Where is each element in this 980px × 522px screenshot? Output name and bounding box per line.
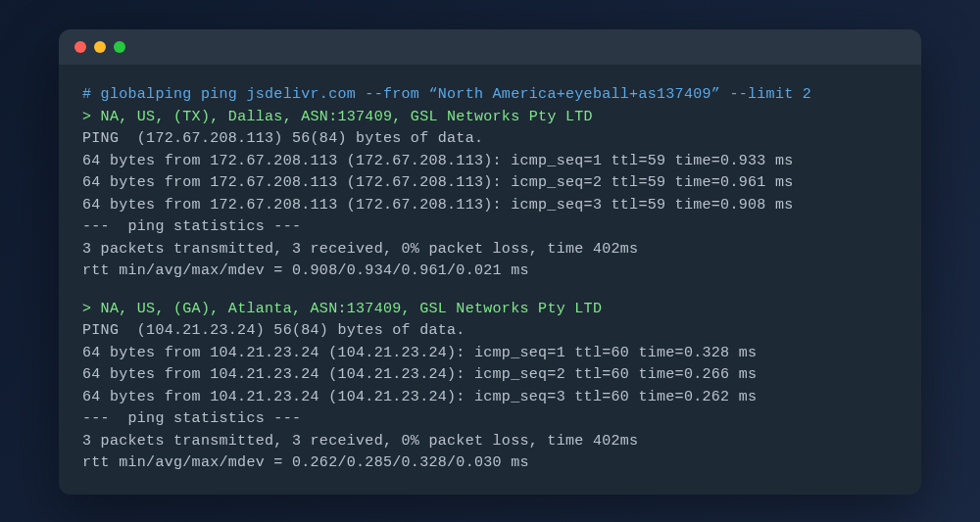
ping-output-line: 3 packets transmitted, 3 received, 0% pa…	[82, 239, 898, 261]
command-line: # globalping ping jsdelivr.com --from “N…	[82, 84, 898, 107]
ping-output-line: PING (172.67.208.113) 56(84) bytes of da…	[82, 128, 898, 151]
result-header: > NA, US, (TX), Dallas, ASN:137409, GSL …	[82, 107, 898, 129]
prompt-hash: #	[82, 86, 101, 103]
ping-output-line: rtt min/avg/max/mdev = 0.262/0.285/0.328…	[82, 452, 898, 475]
terminal-window: # globalping ping jsdelivr.com --from “N…	[59, 29, 921, 495]
minimize-icon[interactable]	[94, 41, 106, 53]
ping-output-line: --- ping statistics ---	[82, 408, 898, 431]
terminal-titlebar	[59, 29, 921, 65]
result-header: > NA, US, (GA), Atlanta, ASN:137409, GSL…	[82, 299, 898, 321]
ping-output-line: 64 bytes from 104.21.23.24 (104.21.23.24…	[82, 387, 898, 409]
ping-output-line: 64 bytes from 172.67.208.113 (172.67.208…	[82, 151, 898, 173]
prompt-gt: >	[82, 109, 101, 125]
spacer	[82, 283, 898, 299]
ping-output-line: 64 bytes from 172.67.208.113 (172.67.208…	[82, 195, 898, 217]
ping-output-line: 64 bytes from 104.21.23.24 (104.21.23.24…	[82, 343, 898, 365]
ping-output-line: --- ping statistics ---	[82, 216, 898, 239]
ping-output-line: rtt min/avg/max/mdev = 0.908/0.934/0.961…	[82, 261, 898, 283]
prompt-gt: >	[82, 301, 101, 317]
location-text: NA, US, (TX), Dallas, ASN:137409, GSL Ne…	[101, 109, 593, 125]
ping-output-line: 64 bytes from 104.21.23.24 (104.21.23.24…	[82, 364, 898, 387]
location-text: NA, US, (GA), Atlanta, ASN:137409, GSL N…	[101, 301, 603, 317]
ping-output-line: PING (104.21.23.24) 56(84) bytes of data…	[82, 320, 898, 343]
command-text: globalping ping jsdelivr.com --from “Nor…	[101, 86, 812, 103]
maximize-icon[interactable]	[114, 41, 125, 53]
terminal-body[interactable]: # globalping ping jsdelivr.com --from “N…	[59, 65, 921, 495]
close-icon[interactable]	[74, 41, 86, 53]
ping-output-line: 3 packets transmitted, 3 received, 0% pa…	[82, 431, 898, 453]
ping-output-line: 64 bytes from 172.67.208.113 (172.67.208…	[82, 172, 898, 195]
